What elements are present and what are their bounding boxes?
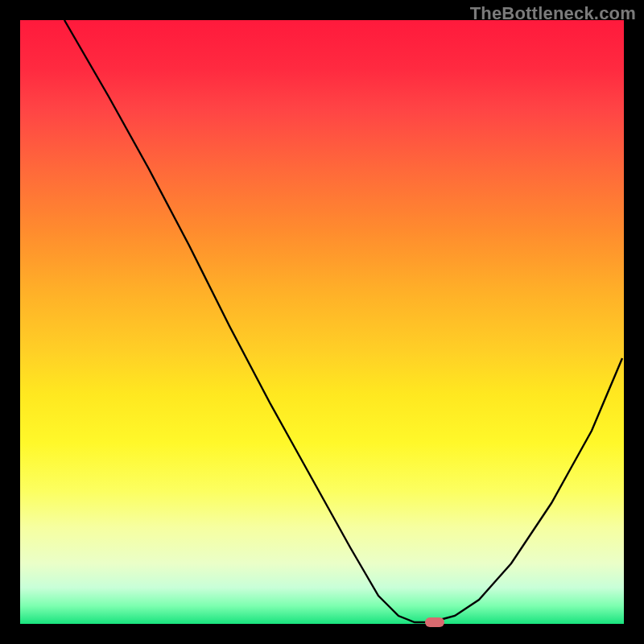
bottleneck-curve	[64, 20, 622, 622]
optimal-point-marker	[425, 617, 444, 627]
curve-svg	[20, 20, 624, 624]
chart-frame: TheBottleneck.com	[0, 0, 644, 644]
